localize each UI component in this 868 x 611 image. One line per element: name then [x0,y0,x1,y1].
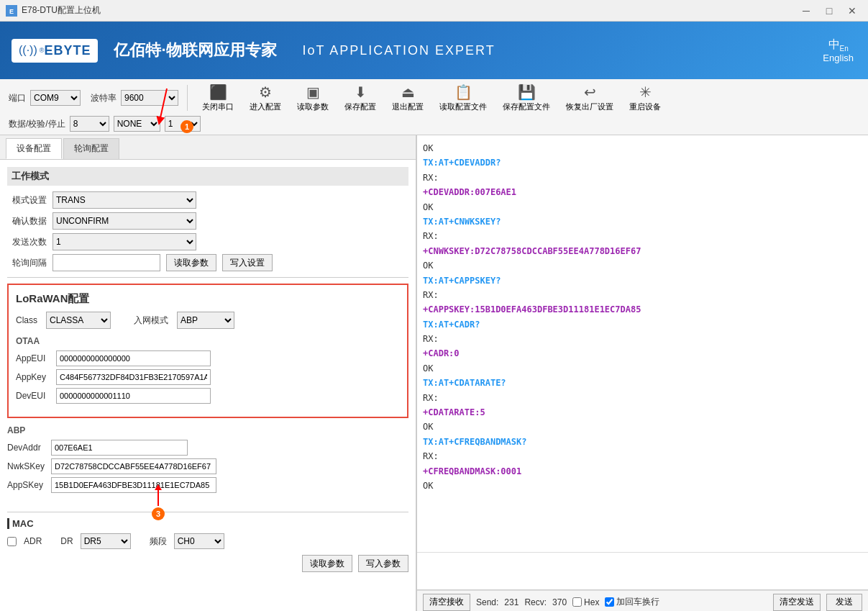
appskey-input[interactable] [51,477,216,493]
tab-device[interactable]: 设备配置 [6,138,62,159]
devaddr-row: DevAddr [7,440,408,456]
log-line: OK [423,420,862,434]
company-name: 亿佰特·物联网应用专家 [114,40,276,61]
freq-label: 频段 [150,535,167,548]
read-file-icon: 📋 [454,83,472,101]
baudrate-select[interactable]: 9600 [121,90,178,106]
restart-button[interactable]: ✳ 重启设备 [623,82,667,114]
right-panel: OKTX:AT+CDEVADDR?RX:+CDEVADDR:007E6AE1OK… [417,135,868,611]
tab-poll[interactable]: 轮询配置 [63,138,119,159]
title-bar-text: E78-DTU配置上位机 [22,4,796,17]
hex-label: Hex [584,597,599,607]
appeui-row: AppEUI [16,350,400,366]
status-bar: 清空接收 Send: 231 Recv: 370 Hex 加回车换行 清空发送 … [417,590,868,611]
appkey-input[interactable] [56,369,211,385]
close-button[interactable]: ✕ [842,4,862,18]
save-config-icon: ⬇ [355,83,367,101]
close-port-icon: ⬛ [209,83,227,101]
mac-title: MAC [7,518,408,529]
log-line: RX: [423,391,862,405]
tab-bar: 设备配置 轮询配置 [0,135,416,160]
stop-bits-select[interactable]: 1 [165,116,201,132]
language-switcher[interactable]: 中En English [823,37,854,63]
log-line: OK [423,200,862,214]
appkey-label: AppKey [16,372,52,382]
mac-read-params-btn[interactable]: 读取参数 [302,555,352,572]
logo-ebyte: EBYTE [44,43,91,58]
log-line: RX: [423,288,862,302]
read-params-button[interactable]: ▣ 读取参数 [291,82,334,114]
nwkskey-label: NwkSKey [7,461,47,471]
restart-icon: ✳ [639,83,652,101]
save-config-button[interactable]: ⬇ 保存配置 [339,82,382,114]
maximize-button[interactable]: □ [819,4,839,18]
log-line: +CNWKSKEY:D72C78758CDCCABF55EE4A778D16EF… [423,244,862,258]
confirm-label: 确认数据 [7,215,47,227]
log-line: +CDATARATE:5 [423,405,862,420]
class-select[interactable]: CLASSA [46,312,111,329]
devaddr-input[interactable] [51,440,188,456]
log-line: OK [423,479,862,493]
crlf-label: 加回车换行 [616,596,659,608]
crlf-checkbox[interactable] [605,597,614,607]
save-config-file-button[interactable]: 💾 保存配置文件 [497,82,556,114]
dr-label: DR [60,536,73,546]
send-input-area [417,553,868,590]
adr-checkbox[interactable] [7,537,17,546]
lorawan-title: LoRaWAN配置 [16,292,400,306]
class-label: Class [16,315,37,325]
read-params-small-btn[interactable]: 读取参数 [166,254,216,271]
nwkskey-row: NwkSKey [7,458,408,474]
deveui-input[interactable] [56,388,211,404]
title-bar: E E78-DTU配置上位机 ─ □ ✕ [0,0,868,22]
exit-config-button[interactable]: ⏏ 退出配置 [386,82,429,114]
send-label: Send: [476,597,498,607]
send-count-select[interactable]: 1 [52,233,196,250]
mode-label: 模式设置 [7,194,47,207]
send-count-label: 发送次数 [7,236,47,248]
restore-default-button[interactable]: ↩ 恢复出厂设置 [560,82,619,114]
log-line: +CADR:0 [423,346,862,361]
minimize-button[interactable]: ─ [796,4,816,18]
deveui-label: DevEUI [16,391,52,401]
write-settings-btn[interactable]: 写入设置 [222,254,273,271]
hex-checkbox[interactable] [572,597,582,607]
poll-interval-label: 轮询间隔 [7,257,47,269]
close-port-button[interactable]: ⬛ 关闭串口 [196,82,239,114]
send-input[interactable] [417,553,868,589]
log-line: RX: [423,229,862,243]
crlf-checkbox-label[interactable]: 加回车换行 [605,596,659,608]
dr-select[interactable]: DR5 [81,533,131,549]
subtitle: IoT APPLICATION EXPERT [303,43,495,58]
confirm-select[interactable]: UNCONFIRM [52,212,196,230]
log-line: OK [423,141,862,155]
lang-icon: 中En [823,37,854,53]
join-mode-select[interactable]: ABP [177,312,234,329]
clear-recv-btn[interactable]: 清空接收 [423,594,470,611]
recv-label: Recv: [524,597,547,607]
header: ((·)) ® EBYTE 亿佰特·物联网应用专家 IoT APPLICATIO… [0,22,868,79]
mac-row: ADR DR DR5 频段 CH0 [7,533,408,549]
log-line: TX:AT+CDEVADDR? [423,155,862,170]
send-btn[interactable]: 发送 [826,594,862,611]
poll-interval-input[interactable] [52,254,160,271]
mode-select[interactable]: TRANS [52,191,196,209]
registered-mark: ® [40,47,45,54]
send-count: 231 [504,597,518,607]
freq-select[interactable]: CH0 [174,533,224,549]
svg-text:E: E [9,8,14,15]
read-config-file-button[interactable]: 📋 读取配置文件 [434,82,493,114]
mac-write-params-btn[interactable]: 写入参数 [358,555,408,572]
log-line: TX:AT+CDATARATE? [423,376,862,390]
parity-select[interactable]: NONE [114,116,160,132]
port-select[interactable]: COM9 [30,90,81,106]
appeui-input[interactable] [56,350,211,366]
hex-checkbox-label[interactable]: Hex [572,597,599,607]
section-divider-2 [7,512,408,512]
clear-send-btn[interactable]: 清空发送 [773,594,821,611]
port-label: 端口 [9,92,26,104]
data-bits-select[interactable]: 8 [70,116,109,132]
nwkskey-input[interactable] [51,458,216,474]
log-area[interactable]: OKTX:AT+CDEVADDR?RX:+CDEVADDR:007E6AE1OK… [417,135,868,553]
enter-config-button[interactable]: ⚙ 进入配置 [244,82,287,114]
